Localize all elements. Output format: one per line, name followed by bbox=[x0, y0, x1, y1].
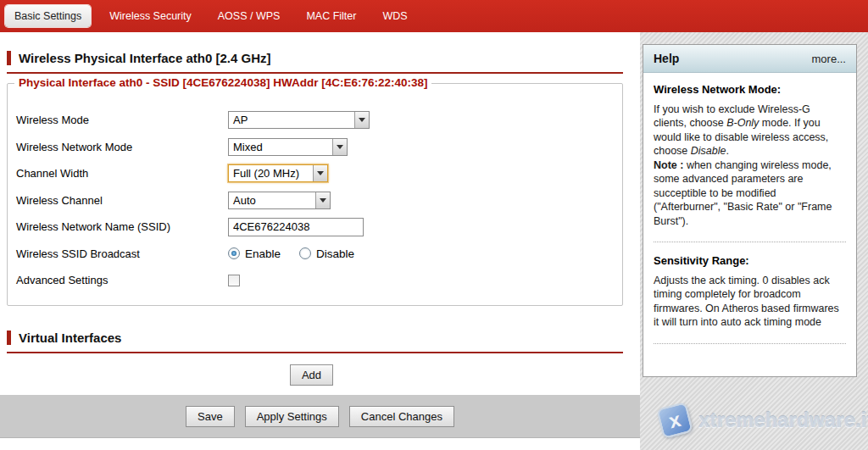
network-mode-label: Wireless Network Mode bbox=[16, 141, 228, 153]
wireless-channel-value: Auto bbox=[229, 192, 315, 208]
heading-rule bbox=[7, 352, 623, 353]
help-panel: Help more... Wireless Network Mode: If y… bbox=[643, 44, 857, 377]
tab-wds[interactable]: WDS bbox=[375, 4, 415, 28]
xtremehardware-logo-icon: x bbox=[656, 402, 693, 439]
help-header: Help more... bbox=[643, 45, 856, 73]
wireless-mode-label: Wireless Mode bbox=[16, 114, 228, 126]
watermark-text: xtremehardware.it bbox=[698, 409, 868, 432]
chevron-down-icon[interactable] bbox=[354, 112, 369, 128]
ssid-broadcast-radio-group: Enable Disable bbox=[228, 247, 354, 260]
radio-disable[interactable] bbox=[299, 247, 311, 259]
footer-action-bar: Save Apply Settings Cancel Changes bbox=[0, 395, 640, 438]
virtual-interfaces-title: Virtual Interfaces bbox=[19, 331, 121, 345]
chevron-down-icon[interactable] bbox=[313, 165, 327, 181]
row-advanced-settings: Advanced Settings bbox=[16, 267, 622, 294]
heading-rule bbox=[7, 72, 623, 74]
top-nav: Basic Settings Wireless Security AOSS / … bbox=[0, 0, 868, 32]
advanced-settings-label: Advanced Settings bbox=[16, 274, 228, 286]
help-note-label: Note : bbox=[654, 159, 683, 171]
channel-width-value: Full (20 MHz) bbox=[229, 165, 313, 181]
network-mode-value: Mixed bbox=[229, 139, 332, 155]
save-button[interactable]: Save bbox=[186, 406, 235, 427]
watermark: x xtremehardware.it bbox=[659, 405, 868, 436]
apply-settings-button[interactable]: Apply Settings bbox=[245, 406, 339, 427]
ssid-broadcast-label: Wireless SSID Broadcast bbox=[16, 247, 228, 260]
radio-enable-label: Enable bbox=[245, 247, 281, 260]
heading-accent-bar bbox=[7, 51, 11, 65]
network-mode-select[interactable]: Mixed bbox=[228, 138, 348, 156]
row-wireless-channel: Wireless Channel Auto bbox=[16, 187, 622, 214]
tab-wireless-security[interactable]: Wireless Security bbox=[102, 4, 199, 28]
help-body: Wireless Network Mode: If you wish to ex… bbox=[643, 73, 856, 364]
row-ssid-broadcast: Wireless SSID Broadcast Enable Disable bbox=[16, 241, 622, 268]
wireless-mode-select[interactable]: AP bbox=[228, 111, 370, 129]
help-section1-paragraph: If you wish to exclude Wireless-G client… bbox=[654, 103, 846, 229]
section-heading-virtual-interfaces: Virtual Interfaces bbox=[7, 331, 121, 345]
row-channel-width: Channel Width Full (20 MHz) bbox=[16, 160, 622, 187]
physical-interface-fieldset: Physical Interface ath0 - SSID [4CE67622… bbox=[7, 83, 623, 306]
heading-accent-bar bbox=[7, 331, 11, 345]
row-wireless-mode: Wireless Mode AP bbox=[16, 107, 622, 134]
ssid-broadcast-disable-option[interactable]: Disable bbox=[299, 247, 354, 260]
wireless-mode-value: AP bbox=[229, 112, 354, 128]
tab-mac-filter[interactable]: MAC Filter bbox=[298, 4, 364, 28]
chevron-down-icon[interactable] bbox=[315, 192, 330, 208]
help-section2-heading: Sensitivity Range: bbox=[654, 254, 846, 269]
help-more-link[interactable]: more... bbox=[812, 53, 846, 65]
help-section1-heading: Wireless Network Mode: bbox=[654, 83, 846, 97]
help-title: Help bbox=[654, 52, 679, 65]
section-heading-physical-interface: Wireless Physical Interface ath0 [2.4 GH… bbox=[7, 51, 271, 65]
channel-width-select[interactable]: Full (20 MHz) bbox=[228, 164, 328, 182]
page-title: Wireless Physical Interface ath0 [2.4 GH… bbox=[19, 51, 271, 65]
tab-basic-settings[interactable]: Basic Settings bbox=[5, 5, 91, 27]
ssid-label: Wireless Network Name (SSID) bbox=[16, 220, 228, 233]
row-ssid: Wireless Network Name (SSID) bbox=[16, 214, 622, 241]
ssid-input[interactable] bbox=[228, 218, 364, 236]
advanced-settings-checkbox[interactable] bbox=[228, 275, 240, 286]
radio-enable[interactable] bbox=[228, 247, 240, 259]
tab-aoss-wps[interactable]: AOSS / WPS bbox=[210, 4, 288, 28]
help-section2-paragraph: Adjusts the ack timing. 0 disables ack t… bbox=[654, 274, 846, 330]
add-button[interactable]: Add bbox=[290, 364, 333, 386]
wireless-channel-label: Wireless Channel bbox=[16, 194, 228, 207]
ssid-broadcast-enable-option[interactable]: Enable bbox=[228, 247, 281, 260]
cancel-changes-button[interactable]: Cancel Changes bbox=[349, 406, 454, 427]
fieldset-legend: Physical Interface ath0 - SSID [4CE67622… bbox=[14, 76, 431, 89]
radio-disable-label: Disable bbox=[316, 247, 354, 260]
wireless-channel-select[interactable]: Auto bbox=[228, 192, 331, 209]
help-divider bbox=[654, 343, 846, 344]
main-panel: Wireless Physical Interface ath0 [2.4 GH… bbox=[0, 32, 640, 450]
help-divider bbox=[654, 242, 846, 242]
row-network-mode: Wireless Network Mode Mixed bbox=[16, 134, 622, 161]
chevron-down-icon[interactable] bbox=[332, 139, 347, 155]
channel-width-label: Channel Width bbox=[16, 167, 228, 180]
